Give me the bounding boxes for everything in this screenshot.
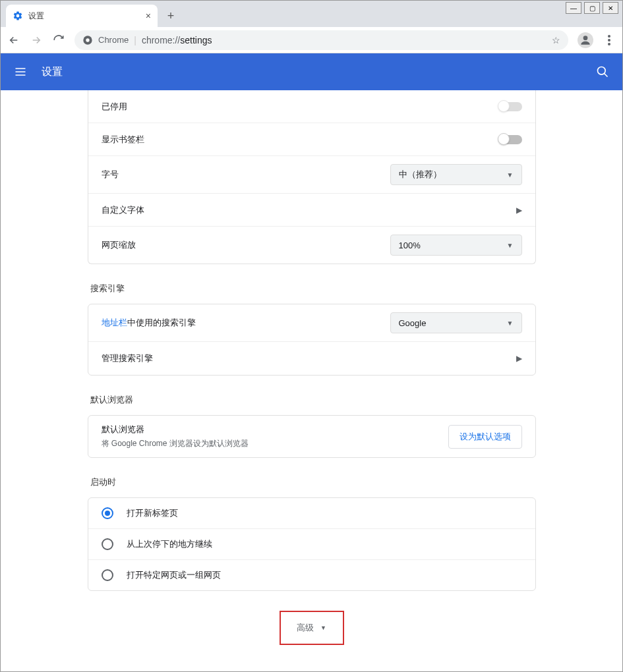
default-browser-label: 默认浏览器	[102, 424, 448, 435]
set-default-button[interactable]: 设为默认选项	[448, 425, 522, 449]
manage-search-label: 管理搜索引擎	[102, 352, 516, 364]
chevron-down-icon: ▼	[320, 625, 326, 631]
address-bar-link[interactable]: 地址栏	[102, 318, 127, 327]
zoom-select[interactable]: 100% ▼	[390, 235, 522, 256]
chevron-right-icon: ▶	[516, 354, 522, 363]
profile-avatar[interactable]	[578, 32, 593, 48]
tab-title: 设置	[28, 11, 140, 22]
row-custom-font[interactable]: 自定义字体 ▶	[88, 194, 535, 227]
svg-point-3	[608, 35, 610, 38]
row-disabled: 已停用	[88, 90, 535, 123]
startup-card: 打开新标签页 从上次停下的地方继续 打开特定网页或一组网页	[88, 497, 536, 591]
zoom-label: 网页缩放	[102, 239, 390, 251]
font-size-label: 字号	[102, 169, 390, 181]
search-engine-value: Google	[399, 318, 427, 328]
bookmark-bar-label: 显示书签栏	[102, 134, 498, 146]
settings-header: 设置	[1, 53, 622, 90]
row-font-size: 字号 中（推荐） ▼	[88, 156, 535, 194]
radio-continue[interactable]	[102, 538, 113, 550]
chevron-down-icon: ▼	[507, 320, 514, 327]
startup-option-new-tab[interactable]: 打开新标签页	[88, 498, 535, 529]
section-startup-title: 启动时	[90, 476, 536, 488]
row-manage-search[interactable]: 管理搜索引擎 ▶	[88, 342, 535, 375]
url-text: chrome://settings	[142, 35, 212, 45]
row-default-browser: 默认浏览器 将 Google Chrome 浏览器设为默认浏览器 设为默认选项	[88, 416, 535, 457]
url-origin: Chrome	[98, 35, 129, 45]
search-engine-select[interactable]: Google ▼	[390, 312, 522, 333]
font-size-value: 中（推荐）	[399, 169, 442, 181]
back-button[interactable]	[7, 34, 20, 47]
disabled-toggle[interactable]	[498, 102, 522, 111]
section-search-engine-title: 搜索引擎	[90, 283, 536, 294]
section-default-browser-title: 默认浏览器	[90, 394, 536, 406]
svg-point-2	[583, 36, 588, 40]
svg-point-4	[608, 39, 610, 42]
advanced-label: 高级	[297, 622, 314, 634]
address-search-label: 地址栏中使用的搜索引擎	[102, 317, 390, 329]
radio-new-tab-label: 打开新标签页	[127, 507, 178, 519]
row-page-zoom: 网页缩放 100% ▼	[88, 227, 535, 264]
svg-point-1	[86, 38, 89, 42]
tab-close-icon[interactable]: ×	[146, 11, 151, 21]
settings-content-scroll[interactable]: 已停用 显示书签栏 字号 中（推荐） ▼ 自定义字体 ▶	[1, 90, 622, 671]
advanced-toggle[interactable]: 高级 ▼	[280, 611, 344, 645]
window-controls: — ▢ ✕	[566, 2, 618, 14]
menu-button[interactable]	[603, 34, 616, 47]
chrome-icon	[82, 35, 93, 45]
default-browser-sub: 将 Google Chrome 浏览器设为默认浏览器	[102, 438, 448, 449]
bookmark-bar-toggle[interactable]	[498, 135, 522, 144]
minimize-button[interactable]: —	[566, 2, 581, 14]
appearance-card: 已停用 显示书签栏 字号 中（推荐） ▼ 自定义字体 ▶	[88, 90, 536, 264]
chevron-down-icon: ▼	[507, 171, 514, 179]
font-size-select[interactable]: 中（推荐） ▼	[390, 164, 522, 185]
tabs-bar: 设置 × +	[1, 1, 622, 27]
omnibox[interactable]: Chrome | chrome://settings ☆	[74, 30, 568, 50]
hamburger-icon[interactable]	[14, 65, 27, 78]
forward-button[interactable]	[30, 34, 43, 47]
search-icon[interactable]	[596, 65, 609, 78]
search-engine-card: 地址栏中使用的搜索引擎 Google ▼ 管理搜索引擎 ▶	[88, 304, 536, 376]
maximize-button[interactable]: ▢	[584, 2, 600, 14]
row-bookmark-bar: 显示书签栏	[88, 123, 535, 156]
settings-title: 设置	[42, 65, 63, 79]
startup-option-specific[interactable]: 打开特定网页或一组网页	[88, 560, 535, 590]
browser-tab[interactable]: 设置 ×	[6, 5, 158, 27]
chevron-right-icon: ▶	[516, 206, 522, 215]
reload-button[interactable]	[52, 34, 65, 47]
url-divider: |	[134, 35, 136, 45]
zoom-value: 100%	[399, 240, 421, 250]
default-browser-card: 默认浏览器 将 Google Chrome 浏览器设为默认浏览器 设为默认选项	[88, 415, 536, 458]
startup-option-continue[interactable]: 从上次停下的地方继续	[88, 529, 535, 560]
chevron-down-icon: ▼	[507, 242, 514, 249]
svg-point-6	[598, 67, 606, 75]
svg-point-5	[608, 43, 610, 45]
custom-font-label: 自定义字体	[102, 204, 516, 216]
address-bar: Chrome | chrome://settings ☆	[1, 27, 622, 53]
bookmark-star-icon[interactable]: ☆	[552, 35, 560, 45]
disabled-label: 已停用	[102, 101, 498, 113]
radio-specific-label: 打开特定网页或一组网页	[127, 569, 221, 581]
new-tab-button[interactable]: +	[162, 7, 180, 25]
gear-icon	[13, 11, 23, 21]
radio-continue-label: 从上次停下的地方继续	[127, 538, 212, 550]
radio-new-tab[interactable]	[102, 507, 113, 519]
close-window-button[interactable]: ✕	[603, 2, 618, 14]
radio-specific[interactable]	[102, 569, 113, 581]
row-address-search: 地址栏中使用的搜索引擎 Google ▼	[88, 304, 535, 342]
